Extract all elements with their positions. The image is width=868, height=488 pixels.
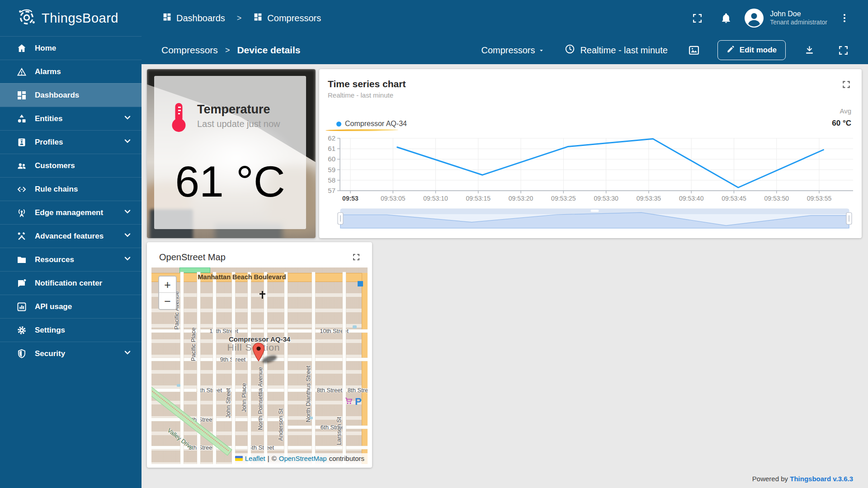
temperature-value: 61 °C (154, 156, 306, 207)
church-cross-icon (262, 291, 263, 299)
timeseries-chart-canvas: 62616059585709:5309:53:0509:53:1009:53:1… (319, 69, 862, 240)
sidebar-item-label: Profiles (35, 138, 63, 147)
user-avatar[interactable] (745, 9, 764, 28)
settings-icon (16, 325, 27, 336)
device-marker-label: Compressor AQ-34 (229, 335, 290, 343)
street-label: 8th Street (197, 387, 222, 394)
street-label: Larsson St (335, 417, 342, 445)
chevron-down-icon (123, 136, 132, 148)
thingsboard-version-link[interactable]: Thingsboard v.3.6.3 (790, 475, 853, 483)
temperature-last-update: Last update just now (197, 119, 280, 129)
sidebar: HomeAlarmsDashboardsEntitiesProfilesCust… (0, 36, 142, 488)
sidebar-item-api-usage[interactable]: API usage (0, 295, 142, 318)
shopping-cart-icon (345, 398, 353, 406)
sidebar-item-label: Edge management (35, 208, 103, 217)
sidebar-item-dashboards[interactable]: Dashboards (0, 83, 142, 107)
street (312, 272, 315, 464)
svg-text:61: 61 (328, 145, 335, 152)
svg-text:09:53:10: 09:53:10 (423, 195, 448, 202)
sidebar-item-resources[interactable]: Resources (0, 248, 142, 271)
street-label: 5th Street (249, 444, 274, 451)
osm-link[interactable]: OpenStreetMap (279, 455, 327, 462)
zoom-in-button[interactable]: + (159, 277, 176, 293)
fullscreen-icon[interactable] (838, 45, 849, 56)
sidebar-item-rule-chains[interactable]: Rule chains (0, 177, 142, 201)
breadcrumb-separator: > (225, 46, 230, 55)
advanced-icon (16, 231, 27, 242)
chevron-down-icon (123, 206, 132, 219)
leaflet-link[interactable]: Leaflet (245, 455, 265, 462)
thingsboard-logo[interactable]: ThingsBoard (0, 7, 142, 29)
dashboard-breadcrumb-root[interactable]: Compressors (161, 45, 218, 56)
home-icon (16, 43, 27, 54)
street-label: Pacific Place (190, 328, 197, 361)
svg-text:57: 57 (328, 187, 335, 194)
sidebar-item-alarms[interactable]: Alarms (0, 60, 142, 83)
sidebar-item-entities[interactable]: Entities (0, 107, 142, 130)
sidebar-item-security[interactable]: Security (0, 342, 142, 365)
street-label: John Place (241, 383, 247, 412)
breadcrumb-compressors[interactable]: Compressors (253, 12, 321, 24)
download-icon[interactable] (804, 45, 815, 56)
svg-text:09:53:15: 09:53:15 (466, 195, 491, 202)
edit-mode-button[interactable]: Edit mode (717, 40, 786, 60)
street-label: 8th Street (348, 387, 368, 394)
sidebar-item-settings[interactable]: Settings (0, 318, 142, 342)
map-title: OpenStreet Map (159, 252, 226, 263)
leaflet-map[interactable]: 10th Street10th Street9th Street8th Stre… (151, 267, 368, 464)
church-cross-icon (259, 293, 265, 295)
zoom-out-button[interactable]: − (159, 293, 176, 309)
street (284, 272, 288, 464)
svg-text:09:53:20: 09:53:20 (509, 195, 533, 202)
chevron-down-icon (123, 113, 132, 125)
pencil-icon (726, 45, 735, 56)
street (264, 272, 267, 464)
street (232, 272, 235, 464)
sidebar-item-label: API usage (35, 302, 72, 311)
street-label: North Dianthus Street (305, 366, 311, 422)
sidebar-item-profiles[interactable]: Profiles (0, 130, 142, 154)
svg-text:60: 60 (328, 155, 335, 163)
sidebar-item-advanced-features[interactable]: Advanced features (0, 224, 142, 248)
sidebar-item-notification-center[interactable]: Notification center (0, 271, 142, 295)
sidebar-item-customers[interactable]: Customers (0, 154, 142, 177)
entity-select[interactable]: Compressors (481, 45, 545, 56)
dashboard-image-icon[interactable] (688, 44, 700, 56)
user-role: Tenant administrator (770, 19, 827, 27)
resources-icon (16, 254, 27, 265)
edge-icon (16, 207, 27, 218)
kebab-menu-icon[interactable] (839, 13, 850, 23)
user-info[interactable]: John Doe Tenant administrator (770, 9, 827, 27)
temperature-title: Temperature (197, 102, 280, 117)
temperature-card: Temperature Last update just now 61 °C (154, 76, 306, 229)
parking-label: P (355, 396, 362, 408)
svg-text:09:53: 09:53 (342, 195, 359, 202)
svg-text:09:53:50: 09:53:50 (764, 195, 789, 202)
widget-fullscreen-icon[interactable] (352, 253, 360, 263)
customers-icon (16, 160, 27, 171)
sidebar-item-edge-management[interactable]: Edge management (0, 201, 142, 224)
sidebar-item-home[interactable]: Home (0, 36, 142, 60)
timewindow-button[interactable]: Realtime - last minute (564, 43, 667, 57)
dashboards-grid-icon (162, 12, 172, 24)
dashboard-breadcrumb: Compressors > Device details (161, 45, 300, 56)
caret-down-icon (538, 45, 544, 56)
svg-text:09:53:45: 09:53:45 (722, 195, 746, 202)
api-icon (16, 301, 27, 312)
sidebar-item-label: Dashboards (35, 91, 79, 100)
svg-text:58: 58 (328, 176, 335, 184)
datazoom-move-handle[interactable] (591, 210, 599, 212)
map-attribution: Leaflet | © OpenStreetMap contributors (232, 453, 368, 464)
street-label: 8th Street (317, 387, 342, 394)
sidebar-item-label: Notification center (35, 279, 102, 288)
alarms-icon (16, 66, 27, 77)
breadcrumb-dashboards[interactable]: Dashboards (162, 12, 225, 24)
timeseries-widget: Time series chart Realtime - last minute… (319, 69, 862, 238)
street-label: John Street (225, 388, 231, 418)
device-map-marker[interactable] (252, 343, 265, 363)
sidebar-item-label: Security (35, 349, 65, 358)
notifications-bell-icon[interactable] (720, 12, 732, 24)
fullscreen-icon[interactable] (692, 13, 703, 24)
sidebar-item-label: Resources (35, 255, 74, 264)
street-label: 6th Street (321, 424, 346, 431)
